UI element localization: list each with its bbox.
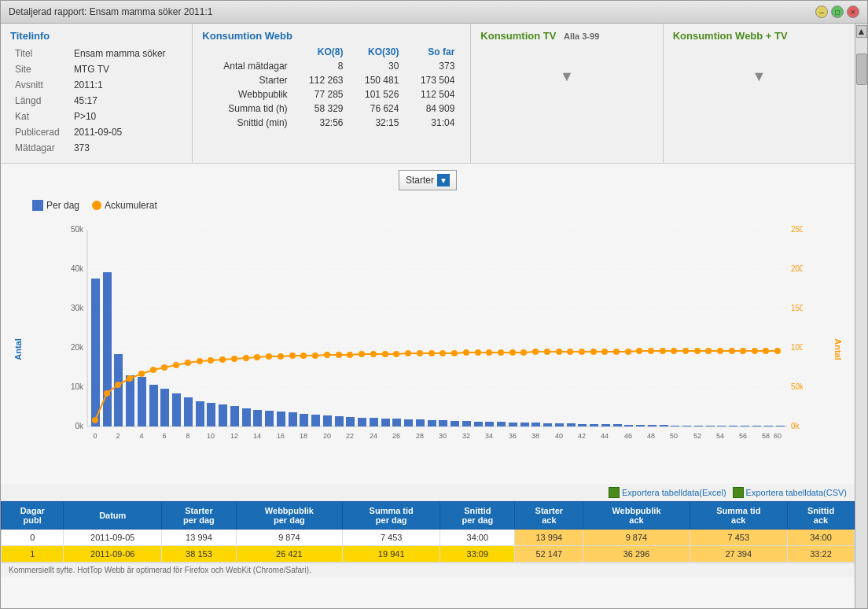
ack-dot-24 — [370, 351, 377, 357]
svg-text:250k: 250k — [791, 225, 803, 234]
kat-label: Kat — [12, 109, 69, 124]
maximize-button[interactable]: □ — [831, 6, 844, 18]
table-row: Publicerad 2011-09-05 — [12, 125, 181, 139]
svg-text:60: 60 — [774, 432, 782, 440]
table-row: Site MTG TV — [12, 62, 181, 76]
legend-dot-orange — [92, 201, 101, 210]
bar-18 — [300, 414, 308, 426]
publicerad-label: Publicerad — [12, 125, 69, 139]
ack-dot-41 — [567, 349, 573, 355]
ack-dot-19 — [312, 352, 318, 359]
table-row: Snittid (min) 32:56 32:15 31:04 — [202, 116, 461, 130]
ack-dot-40 — [556, 349, 562, 355]
svg-text:0: 0 — [93, 432, 97, 440]
bar-30 — [439, 420, 447, 426]
chart-type-dropdown[interactable]: Starter ▼ — [399, 170, 457, 190]
titel-value: Ensam mamma söker — [71, 46, 181, 61]
bar-42 — [578, 424, 587, 426]
bar-7 — [172, 393, 181, 426]
ack-dot-0 — [92, 417, 98, 423]
svg-text:150k: 150k — [791, 304, 803, 312]
titelinfo-section: Titelinfo Titel Ensam mamma söker Site M… — [1, 24, 193, 163]
window-controls: – □ × — [815, 6, 859, 18]
ack-dot-31 — [451, 350, 458, 356]
export-excel-link[interactable]: Exportera tabelldata(Excel) — [609, 487, 726, 498]
bar-54 — [717, 426, 726, 426]
svg-text:4: 4 — [139, 432, 143, 440]
bar-51 — [682, 426, 691, 426]
svg-text:58: 58 — [762, 432, 770, 440]
ack-dot-54 — [717, 348, 723, 354]
svg-text:36: 36 — [509, 432, 517, 440]
svg-text:26: 26 — [392, 432, 400, 440]
konsumtion-webb-section: Konsumtion Webb KO(8) KO(30) So far An — [193, 24, 471, 163]
table-row: Starter 112 263 150 481 173 504 — [202, 73, 461, 87]
svg-text:54: 54 — [716, 432, 724, 440]
svg-text:14: 14 — [253, 432, 261, 440]
bar-29 — [428, 420, 436, 426]
ack-dot-2 — [115, 382, 121, 388]
ack-dot-13 — [243, 355, 249, 361]
left-axis-label: Antal — [13, 338, 23, 360]
bar-58 — [764, 426, 773, 426]
svg-text:28: 28 — [416, 432, 424, 440]
ack-dot-30 — [440, 350, 446, 356]
ack-dot-36 — [509, 349, 516, 356]
close-button[interactable]: × — [847, 6, 859, 18]
svg-text:22: 22 — [346, 432, 354, 440]
bar-11 — [219, 404, 227, 426]
bar-36 — [509, 423, 517, 426]
svg-text:8: 8 — [186, 432, 189, 440]
table-row: Antal mätdagar 8 30 373 — [202, 59, 461, 73]
ack-dot-3 — [127, 375, 133, 382]
scrollbar[interactable]: ▲ — [855, 24, 867, 608]
scrollbar-thumb[interactable] — [856, 54, 867, 85]
bar-3 — [126, 375, 134, 426]
avsnitt-value: 2011:1 — [71, 78, 181, 92]
chart-controls: Starter ▼ — [1, 164, 855, 197]
col-summa-ack: Summa tidack — [690, 502, 787, 530]
bar-2 — [114, 354, 123, 426]
svg-text:100k: 100k — [791, 343, 803, 352]
ack-dot-33 — [475, 349, 481, 356]
ack-dot-47 — [636, 348, 642, 354]
ack-dot-34 — [486, 349, 492, 356]
svg-text:50k: 50k — [71, 225, 84, 234]
table-row: Webbpublik 77 285 101 526 112 504 — [202, 87, 461, 102]
bar-56 — [741, 426, 749, 426]
bar-32 — [462, 421, 471, 426]
scroll-up-button[interactable]: ▲ — [856, 25, 867, 38]
window-title: Detaljerad rapport: Ensam mamma söker 20… — [9, 6, 212, 17]
bar-13 — [242, 408, 251, 426]
bar-33 — [474, 422, 483, 426]
minimize-button[interactable]: – — [815, 6, 828, 18]
ack-dot-55 — [729, 348, 735, 354]
chart-area: Antal Antal 0k 10k 20k — [1, 214, 855, 484]
bar-49 — [660, 425, 668, 426]
table-row: 0 2011-09-05 13 994 9 874 7 453 34:00 13… — [2, 530, 855, 546]
bar-55 — [729, 426, 737, 426]
table-row: Summa tid (h) 58 329 76 624 84 909 — [202, 102, 461, 116]
ack-dot-49 — [660, 348, 666, 354]
svg-text:20k: 20k — [71, 343, 84, 352]
export-csv-link[interactable]: Exportera tabelldata(CSV) — [733, 487, 847, 498]
chart-svg: 0k 10k 20k 30k 40k 50k 0k 50k 100k 150k … — [48, 222, 803, 458]
bar-28 — [416, 419, 425, 426]
ack-dot-22 — [347, 352, 353, 358]
ack-dot-42 — [579, 349, 585, 355]
ack-dot-21 — [336, 352, 342, 358]
ack-dot-35 — [498, 349, 504, 356]
bar-37 — [520, 423, 529, 426]
matdagar-label: Mätdagar — [12, 141, 69, 155]
info-table: Titel Ensam mamma söker Site MTG TV Avsn… — [10, 45, 182, 157]
ack-dot-57 — [752, 348, 758, 354]
ack-dot-32 — [463, 349, 469, 356]
ack-dot-4 — [138, 371, 145, 377]
bar-4 — [138, 377, 146, 426]
excel-icon — [609, 487, 620, 498]
ack-dot-45 — [613, 349, 620, 355]
table-header-row: Dagarpubl Datum Starterper dag Webbpubli… — [2, 502, 855, 530]
table-row: Avsnitt 2011:1 — [12, 78, 181, 92]
bar-21 — [335, 416, 344, 426]
col-dagar-publ: Dagarpubl — [2, 502, 64, 530]
